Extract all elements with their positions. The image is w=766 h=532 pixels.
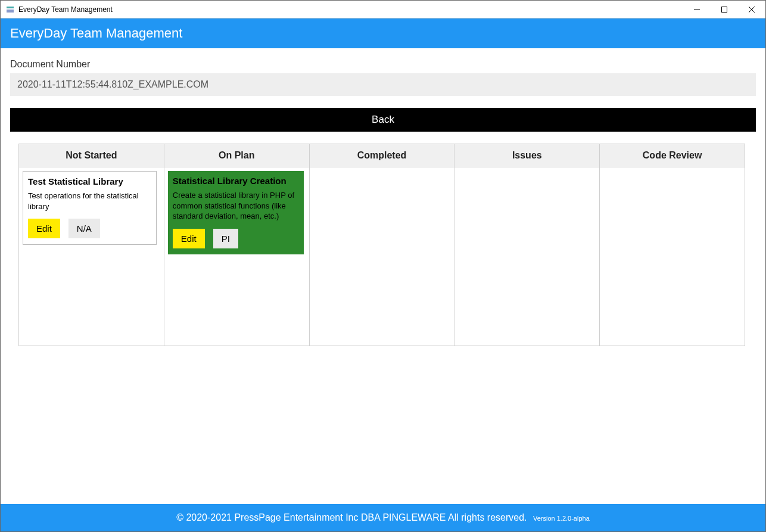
app-header: EveryDay Team Management [1,18,765,48]
tag-button[interactable]: PI [213,229,238,248]
svg-rect-0 [7,7,14,8]
footer: © 2020-2021 PressPage Entertainment Inc … [1,504,765,531]
close-button[interactable] [738,1,765,18]
column-header-issues: Issues [454,144,600,167]
card-title: Test Statistical Library [28,176,151,187]
window-title: EveryDay Team Management [18,5,683,14]
svg-rect-3 [722,7,727,12]
card-title: Statistical Library Creation [173,176,299,186]
back-button[interactable]: Back [10,108,756,132]
column-header-not-started: Not Started [19,144,164,167]
app-icon [5,5,15,14]
window-titlebar: EveryDay Team Management [1,1,765,18]
column-completed [309,167,454,346]
card-description: Create a statistical library in PHP of c… [173,190,299,222]
kanban-board: Not Started On Plan Completed Issues Cod… [18,144,745,346]
column-code-review [600,167,745,346]
footer-copyright: © 2020-2021 PressPage Entertainment Inc … [176,512,527,522]
document-number-input[interactable] [10,73,756,96]
tag-button[interactable]: N/A [68,219,100,238]
footer-version: Version 1.2.0-alpha [533,515,590,522]
card-test-statistical-library[interactable]: Test Statistical Library Test operations… [23,171,157,245]
main-content: Document Number Back Not Started On Plan… [1,48,765,504]
column-header-code-review: Code Review [600,144,745,167]
column-header-on-plan: On Plan [164,144,309,167]
maximize-button[interactable] [711,1,738,18]
edit-button[interactable]: Edit [28,219,60,238]
minimize-button[interactable] [683,1,711,18]
column-header-completed: Completed [309,144,454,167]
edit-button[interactable]: Edit [173,229,205,248]
app-title: EveryDay Team Management [10,26,182,41]
card-statistical-library-creation[interactable]: Statistical Library Creation Create a st… [168,171,304,254]
column-on-plan: Statistical Library Creation Create a st… [164,167,309,346]
document-number-label: Document Number [10,59,756,70]
column-not-started: Test Statistical Library Test operations… [19,167,164,346]
svg-rect-1 [7,10,14,13]
column-issues [454,167,600,346]
card-description: Test operations for the statistical libr… [28,191,151,211]
